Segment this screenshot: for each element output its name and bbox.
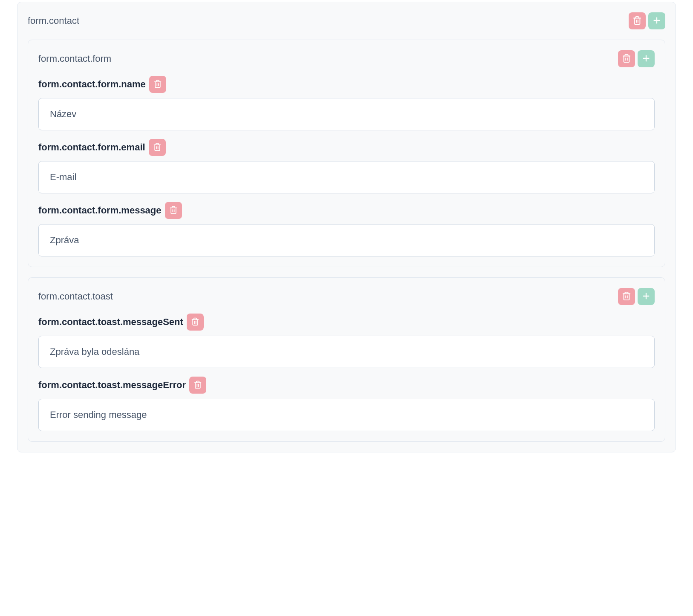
section-contact: form.contact <box>17 2 676 452</box>
subsection-header: form.contact.form <box>38 50 655 67</box>
field-label-row: form.contact.toast.messageSent <box>38 314 655 331</box>
field-input-message-error[interactable] <box>38 399 655 431</box>
trash-icon <box>169 206 178 216</box>
subsection-header: form.contact.toast <box>38 288 655 305</box>
add-subsection-button[interactable] <box>638 288 655 305</box>
delete-subsection-button[interactable] <box>618 50 635 67</box>
trash-icon <box>622 54 631 64</box>
subsection-toast: form.contact.toast <box>28 277 665 442</box>
trash-icon <box>191 317 199 327</box>
trash-icon <box>153 80 162 89</box>
subsection-actions <box>618 50 655 67</box>
field-label-row: form.contact.toast.messageError <box>38 377 655 394</box>
field-label: form.contact.form.name <box>38 79 146 90</box>
subsection-title: form.contact.form <box>38 53 111 64</box>
field-message-error: form.contact.toast.messageError <box>38 377 655 431</box>
field-name: form.contact.form.name <box>38 76 655 130</box>
field-message: form.contact.form.message <box>38 202 655 256</box>
plus-icon <box>652 16 661 26</box>
field-label: form.contact.toast.messageSent <box>38 317 183 328</box>
delete-field-button[interactable] <box>165 202 182 219</box>
field-input-name[interactable] <box>38 98 655 130</box>
delete-field-button[interactable] <box>189 377 206 394</box>
subsection-actions <box>618 288 655 305</box>
field-label: form.contact.form.message <box>38 205 162 216</box>
plus-icon <box>641 54 651 64</box>
delete-field-button[interactable] <box>149 76 166 93</box>
add-section-button[interactable] <box>648 12 665 29</box>
trash-icon <box>193 380 202 390</box>
delete-field-button[interactable] <box>187 314 204 331</box>
section-title: form.contact <box>28 15 79 26</box>
delete-subsection-button[interactable] <box>618 288 635 305</box>
trash-icon <box>622 291 631 302</box>
field-label: form.contact.toast.messageError <box>38 380 186 391</box>
plus-icon <box>641 291 651 302</box>
field-email: form.contact.form.email <box>38 139 655 193</box>
section-header: form.contact <box>28 12 665 29</box>
field-input-message-sent[interactable] <box>38 336 655 368</box>
field-message-sent: form.contact.toast.messageSent <box>38 314 655 368</box>
field-input-message[interactable] <box>38 224 655 256</box>
delete-section-button[interactable] <box>629 12 646 29</box>
section-actions <box>629 12 665 29</box>
field-label-row: form.contact.form.email <box>38 139 655 156</box>
subsection-title: form.contact.toast <box>38 291 113 302</box>
add-subsection-button[interactable] <box>638 50 655 67</box>
field-label: form.contact.form.email <box>38 142 145 153</box>
field-label-row: form.contact.form.name <box>38 76 655 93</box>
subsection-form: form.contact.form <box>28 40 665 267</box>
field-label-row: form.contact.form.message <box>38 202 655 219</box>
delete-field-button[interactable] <box>149 139 166 156</box>
field-input-email[interactable] <box>38 161 655 193</box>
trash-icon <box>153 143 162 153</box>
trash-icon <box>632 16 642 26</box>
